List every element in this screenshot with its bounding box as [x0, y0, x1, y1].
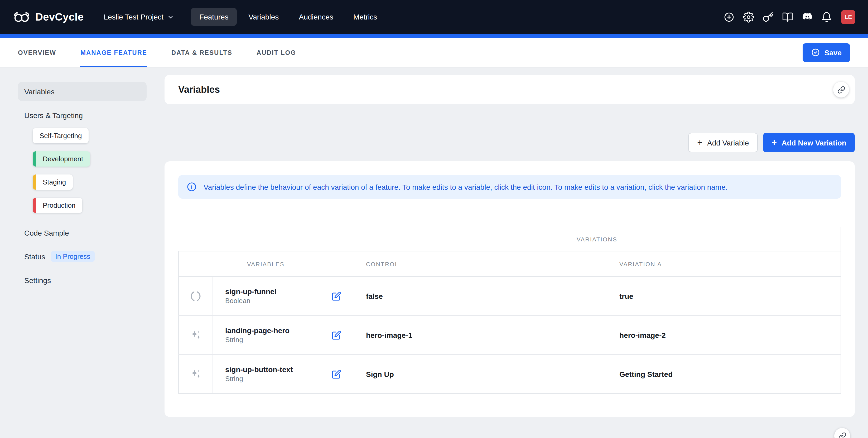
- variable-type: String: [225, 375, 293, 383]
- section-link-button[interactable]: [833, 82, 849, 98]
- column-header-variables: VARIABLES: [179, 251, 353, 276]
- sidebar-item-settings[interactable]: Settings: [18, 270, 147, 290]
- variable-type: Boolean: [225, 297, 276, 305]
- variable-name: landing-page-hero: [225, 326, 289, 335]
- variables-actions: + Add Variable + Add New Variation: [164, 133, 855, 152]
- bell-icon: [821, 11, 832, 23]
- feature-progress-bar: [0, 34, 868, 38]
- notifications-button[interactable]: [817, 8, 836, 26]
- main-panel: Variables + Add Variable + Add New Varia…: [164, 67, 868, 417]
- brand-name: DevCycle: [35, 11, 84, 23]
- env-pill-staging[interactable]: Staging: [33, 174, 73, 190]
- nav-item-metrics[interactable]: Metrics: [345, 8, 385, 26]
- control-value: false: [353, 276, 607, 315]
- page-title: Variables: [178, 84, 220, 95]
- add-new-variation-label: Add New Variation: [781, 138, 846, 147]
- sidebar-item-code-sample-label: Code Sample: [24, 229, 69, 237]
- edit-variable-button[interactable]: [329, 288, 344, 304]
- tab-overview[interactable]: OVERVIEW: [18, 38, 56, 67]
- user-avatar[interactable]: LE: [841, 10, 855, 24]
- create-new-button[interactable]: [720, 8, 738, 26]
- table-corner-spacer: [179, 227, 353, 251]
- devcycle-logo[interactable]: DevCycle: [13, 10, 84, 24]
- info-banner-text: Variables define the behaviour of each v…: [204, 182, 728, 191]
- status-badge: In Progress: [50, 251, 95, 262]
- docs-button[interactable]: [778, 8, 797, 26]
- key-icon: [763, 11, 774, 23]
- tab-manage-feature[interactable]: MANAGE FEATURE: [81, 38, 147, 67]
- add-new-variation-button[interactable]: + Add New Variation: [763, 133, 855, 152]
- next-section-link-button[interactable]: [834, 428, 850, 438]
- content-area: Variables Users & Targeting Self-Targeti…: [0, 67, 868, 417]
- sidebar-item-variables[interactable]: Variables: [18, 82, 147, 101]
- env-production-label: Production: [43, 201, 75, 209]
- nav-item-variables[interactable]: Variables: [240, 8, 287, 26]
- add-variable-label: Add Variable: [707, 138, 749, 147]
- top-navbar: DevCycle Leslie Test Project Features Va…: [0, 0, 868, 34]
- edit-variable-button[interactable]: [329, 366, 344, 382]
- link-icon: [838, 432, 846, 438]
- string-type-sparkles-icon: [179, 355, 213, 393]
- environment-list: Self-Targeting Development Staging Produ…: [33, 128, 164, 221]
- sidebar-item-users-targeting[interactable]: Users & Targeting: [18, 105, 147, 125]
- column-header-variation-a[interactable]: VARIATION A: [607, 251, 841, 276]
- variable-meta: landing-page-hero String: [213, 316, 289, 354]
- env-pill-development[interactable]: Development: [33, 151, 90, 167]
- feature-sidebar: Variables Users & Targeting Self-Targeti…: [0, 67, 164, 290]
- tab-audit-log[interactable]: AUDIT LOG: [256, 38, 296, 67]
- sidebar-item-status[interactable]: Status In Progress: [18, 247, 147, 266]
- chevron-down-icon: [167, 13, 174, 20]
- plus-circle-icon: [723, 11, 735, 23]
- sidebar-item-code-sample[interactable]: Code Sample: [18, 223, 147, 242]
- gear-icon: [743, 11, 754, 23]
- api-keys-button[interactable]: [759, 8, 777, 26]
- column-header-control[interactable]: CONTROL: [353, 251, 607, 276]
- variable-name: sign-up-button-text: [225, 365, 293, 374]
- variations-group-header: VARIATIONS: [353, 227, 841, 251]
- variation-a-value: Getting Started: [607, 355, 841, 394]
- book-icon: [782, 11, 793, 23]
- variable-meta: sign-up-button-text String: [213, 355, 293, 393]
- save-button-label: Save: [825, 48, 842, 57]
- sidebar-item-users-targeting-label: Users & Targeting: [24, 111, 83, 120]
- variable-cell: landing-page-hero String: [179, 316, 353, 354]
- sidebar-item-status-label: Status: [24, 252, 45, 261]
- env-staging-label: Staging: [43, 178, 66, 186]
- env-pill-production[interactable]: Production: [33, 198, 82, 213]
- variables-section-header: Variables: [164, 75, 855, 104]
- variation-a-value: hero-image-2: [607, 315, 841, 355]
- variable-type: String: [225, 336, 289, 344]
- settings-button[interactable]: [739, 8, 758, 26]
- edit-icon: [332, 369, 341, 379]
- variable-cell: sign-up-button-text String: [179, 355, 353, 393]
- nav-item-features[interactable]: Features: [191, 8, 237, 26]
- boolean-type-icon: [179, 277, 213, 315]
- variable-name: sign-up-funnel: [225, 287, 276, 296]
- feature-tabbar: OVERVIEW MANAGE FEATURE DATA & RESULTS A…: [0, 38, 868, 67]
- table-row: sign-up-funnel Boolean false true: [179, 276, 841, 315]
- edit-variable-button[interactable]: [329, 327, 344, 343]
- table-row: sign-up-button-text String Sign Up Getti…: [179, 355, 841, 394]
- nav-item-audiences[interactable]: Audiences: [290, 8, 342, 26]
- discord-button[interactable]: [798, 8, 816, 26]
- save-button[interactable]: Save: [803, 43, 850, 62]
- project-selector-label: Leslie Test Project: [104, 13, 163, 21]
- env-staging-color-bar: [33, 174, 36, 190]
- primary-nav: Features Variables Audiences Metrics: [191, 8, 385, 26]
- discord-icon: [801, 11, 813, 23]
- sidebar-item-settings-label: Settings: [24, 276, 51, 284]
- variable-cell: sign-up-funnel Boolean: [179, 277, 353, 315]
- env-development-color-bar: [33, 151, 36, 167]
- plus-icon: +: [697, 138, 703, 147]
- add-variable-button[interactable]: + Add Variable: [688, 133, 758, 152]
- env-pill-self-targeting[interactable]: Self-Targeting: [33, 128, 89, 143]
- variable-meta: sign-up-funnel Boolean: [213, 277, 276, 315]
- project-selector[interactable]: Leslie Test Project: [104, 13, 174, 21]
- env-development-label: Development: [43, 155, 83, 163]
- edit-icon: [332, 291, 341, 301]
- table-row: landing-page-hero String hero-image-1 he…: [179, 315, 841, 355]
- tab-data-results[interactable]: DATA & RESULTS: [172, 38, 232, 67]
- devcycle-app: DevCycle Leslie Test Project Features Va…: [0, 0, 868, 438]
- navbar-actions: LE: [720, 8, 855, 26]
- control-value: hero-image-1: [353, 315, 607, 355]
